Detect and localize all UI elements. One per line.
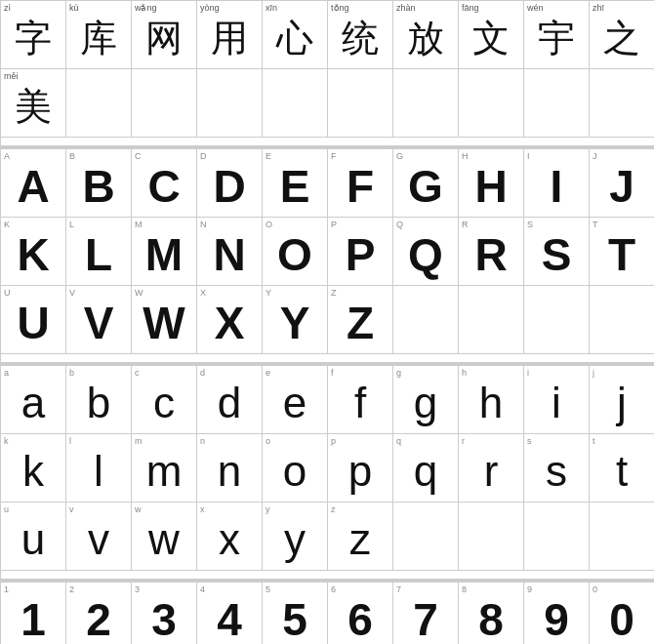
alpha-char-lower: l (94, 447, 103, 496)
uppercase-cell: DD (197, 149, 263, 218)
alpha-label: P (331, 220, 337, 229)
alpha-label: L (69, 220, 74, 229)
lowercase-cell: oo (263, 434, 328, 503)
lowercase-cell (590, 503, 654, 571)
lowercase-cell: uu (1, 503, 66, 571)
cell-char: 之 (603, 14, 640, 63)
uppercase-cell: OO (263, 218, 328, 286)
uppercase-cell: EE (263, 149, 328, 218)
chinese-cell (328, 69, 393, 138)
lowercase-section: aabbccddeeffgghhiijjkkllmmnnooppqqrrsstt… (0, 362, 654, 571)
alpha-label: M (135, 220, 143, 229)
alpha-char-lower: t (616, 447, 628, 496)
num-char: 0 (609, 593, 634, 645)
alpha-char-lower: y (284, 515, 306, 564)
alpha-label: b (69, 368, 74, 378)
alpha-char-lower: j (617, 379, 627, 427)
num-label: 1 (4, 584, 9, 594)
num-char: 9 (544, 593, 569, 645)
cell-label: fāng (462, 3, 479, 13)
uppercase-cell: KK (1, 218, 66, 286)
alpha-char-lower: s (546, 447, 567, 496)
num-char: 3 (151, 593, 177, 645)
alpha-label: p (331, 436, 336, 446)
alpha-label: k (4, 436, 9, 446)
uppercase-cell: GG (393, 149, 459, 218)
alpha-char: R (474, 228, 507, 281)
alpha-label: l (69, 436, 71, 446)
uppercase-cell: ZZ (328, 286, 393, 354)
num-char: 4 (217, 593, 242, 645)
alpha-label: C (135, 151, 142, 161)
lowercase-cell: yy (263, 503, 328, 571)
lowercase-cell: ww (132, 503, 197, 571)
num-label: 7 (396, 584, 401, 594)
alpha-char: I (551, 160, 563, 213)
chinese-cell: wǎng网 (132, 1, 197, 69)
alpha-label: U (4, 288, 11, 298)
cell-char: 字 (15, 14, 52, 63)
uppercase-cell (393, 286, 459, 354)
cell-char: 美 (15, 82, 52, 132)
cell-label: měi (4, 71, 19, 81)
alpha-char-lower: a (21, 379, 45, 427)
lowercase-cell: vv (66, 503, 132, 571)
uppercase-cell: VV (66, 286, 132, 354)
chinese-section: zì字kù库wǎng网yòng用xīn心tǒng统zhàn放fāng文wén宇z… (0, 0, 654, 138)
uppercase-section: AABBCCDDEEFFGGHHIIJJKKLLMMNNOOPPQQRRSSTT… (0, 145, 654, 354)
alpha-char-lower: n (218, 447, 241, 496)
number-cell: 88 (459, 583, 524, 644)
uppercase-cell: YY (263, 286, 328, 354)
alpha-label: E (266, 151, 271, 161)
cell-label: wén (527, 3, 544, 13)
number-cell: 22 (66, 583, 132, 644)
cell-char: 心 (276, 14, 313, 63)
chinese-cell: fāng文 (459, 1, 524, 69)
lowercase-cell: qq (393, 434, 459, 503)
lowercase-cell: ss (524, 434, 590, 503)
alpha-char: A (17, 160, 49, 213)
lowercase-cell: kk (1, 434, 66, 503)
uppercase-cell: PP (328, 218, 393, 286)
chinese-cell (524, 69, 590, 138)
alpha-label: r (462, 436, 465, 446)
uppercase-cell: TT (590, 218, 654, 286)
alpha-char-lower: c (153, 379, 175, 427)
chinese-cell: zì字 (1, 1, 66, 69)
cell-char: 用 (211, 14, 248, 63)
lowercase-cell: jj (590, 366, 654, 434)
uppercase-cell: BB (66, 149, 132, 218)
lowercase-cell: xx (197, 503, 263, 571)
alpha-char: W (143, 297, 184, 349)
alpha-label: F (331, 151, 337, 161)
alpha-char: E (280, 160, 310, 213)
chinese-cell: xīn心 (263, 1, 328, 69)
uppercase-cell: CC (132, 149, 197, 218)
chinese-cell (66, 69, 132, 138)
alpha-label: g (396, 368, 401, 378)
alpha-char-lower: w (148, 515, 180, 564)
alpha-char: H (474, 160, 507, 213)
alpha-label: T (593, 220, 598, 229)
cell-char: 宇 (538, 14, 575, 63)
alpha-char-lower: e (283, 379, 307, 427)
num-label: 4 (200, 584, 205, 594)
alpha-char: N (213, 228, 245, 281)
number-cell: 44 (197, 583, 263, 644)
uppercase-cell: QQ (393, 218, 459, 286)
alpha-label: O (266, 220, 272, 229)
alpha-char-lower: f (354, 379, 366, 427)
uppercase-cell (524, 286, 590, 354)
chinese-cell: kù库 (66, 1, 132, 69)
chinese-cell: yòng用 (197, 1, 263, 69)
lowercase-cell: ii (524, 366, 590, 434)
alpha-label: z (331, 504, 336, 514)
cell-char: 库 (80, 14, 117, 63)
uppercase-cell: II (524, 149, 590, 218)
alpha-label: J (593, 151, 597, 161)
uppercase-cell: MM (132, 218, 197, 286)
alpha-char: S (542, 228, 572, 281)
cell-label: tǒng (331, 3, 349, 13)
alpha-label: m (135, 436, 143, 446)
cell-label: zhàn (396, 3, 416, 13)
